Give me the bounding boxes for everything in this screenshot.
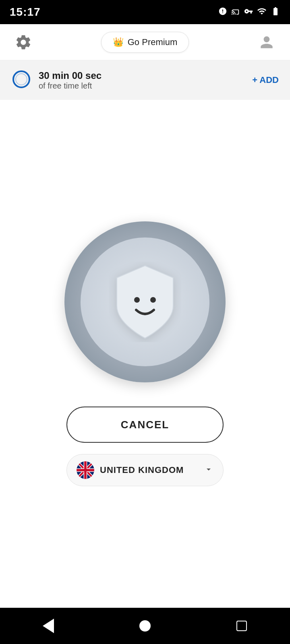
svg-point-4	[150, 297, 156, 303]
shield-outer-ring	[64, 221, 226, 382]
battery-icon	[271, 6, 280, 18]
go-premium-button[interactable]: 👑 Go Premium	[101, 32, 189, 53]
settings-button[interactable]	[12, 31, 35, 54]
shield-face-icon	[109, 262, 181, 342]
status-icons	[218, 6, 280, 18]
free-time-text: 30 min 00 sec of free time left	[39, 70, 102, 91]
uk-flag-icon	[77, 461, 94, 479]
free-time-sublabel: of free time left	[39, 81, 102, 91]
country-name: UNITED KINGDOM	[100, 465, 198, 475]
svg-rect-14	[77, 469, 94, 471]
svg-point-2	[16, 74, 27, 85]
go-premium-label: Go Premium	[128, 37, 177, 47]
timer-ring-icon	[11, 69, 31, 91]
back-button[interactable]	[36, 614, 60, 638]
gear-icon	[14, 33, 32, 51]
main-content: CANCEL	[0, 100, 290, 608]
country-selector[interactable]: UNITED KINGDOM	[66, 454, 224, 486]
status-bar: 15:17	[0, 0, 290, 24]
wifi-icon	[257, 6, 267, 18]
cancel-button-label: CANCEL	[121, 419, 169, 431]
back-icon	[43, 619, 54, 633]
free-time-duration: 30 min 00 sec	[39, 70, 102, 81]
vpn-button-area[interactable]	[64, 221, 226, 382]
recents-icon	[236, 621, 247, 631]
chevron-down-icon	[204, 464, 213, 476]
home-button[interactable]	[133, 614, 157, 638]
cast-icon	[231, 7, 240, 18]
profile-button[interactable]	[255, 31, 278, 54]
cancel-button[interactable]: CANCEL	[66, 407, 224, 443]
free-time-banner: 30 min 00 sec of free time left + ADD	[0, 60, 290, 100]
status-time: 15:17	[10, 6, 41, 19]
svg-point-3	[134, 297, 140, 303]
key-icon	[244, 7, 253, 18]
recents-button[interactable]	[230, 614, 254, 638]
add-time-button[interactable]: + ADD	[252, 75, 279, 85]
free-time-left: 30 min 00 sec of free time left	[11, 69, 102, 91]
profile-icon	[258, 33, 276, 51]
shield-inner-circle	[81, 237, 209, 366]
home-icon	[139, 620, 151, 632]
crown-icon: 👑	[113, 37, 124, 47]
nav-bar: 👑 Go Premium	[0, 24, 290, 60]
alert-icon	[218, 7, 227, 18]
bottom-nav-bar	[0, 608, 290, 644]
